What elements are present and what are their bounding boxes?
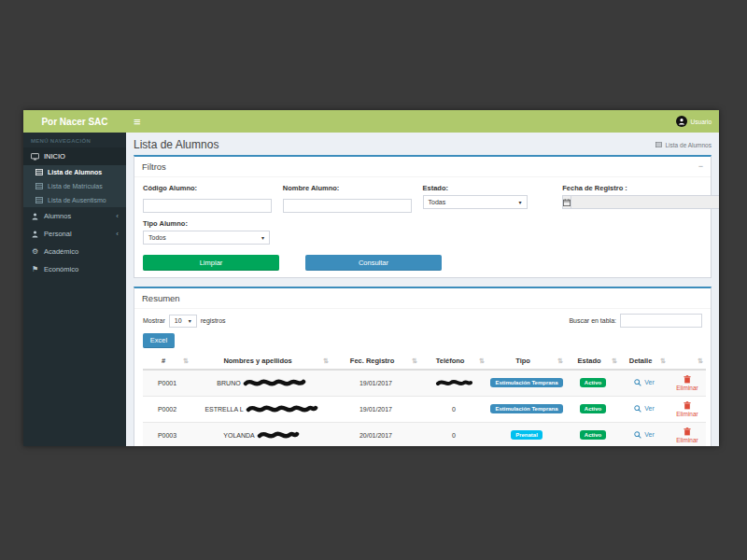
estado-label: Estado: — [423, 184, 552, 192]
sort-icon: ⇅ — [660, 357, 666, 364]
user-avatar-icon — [676, 116, 687, 127]
sort-icon: ⇅ — [557, 357, 563, 364]
col-header-telefono[interactable]: Teléfono⇅ — [420, 353, 487, 370]
table-icon — [35, 169, 43, 175]
caret-down-icon: ▾ — [189, 317, 191, 324]
monitor-icon — [31, 153, 39, 161]
col-header-estado[interactable]: Estado⇅ — [566, 353, 620, 370]
sidebar-item-academico[interactable]: ⚙ Académico — [23, 243, 126, 260]
ver-link[interactable]: Ver — [634, 431, 655, 439]
trash-icon — [684, 401, 691, 410]
redaction-scribble — [435, 378, 472, 387]
redaction-scribble — [243, 377, 306, 388]
table-search-input[interactable] — [620, 314, 702, 328]
breadcrumb-label: Lista de Alumnos — [665, 142, 712, 148]
cell-code: P0002 — [143, 396, 191, 422]
codigo-alumno-input[interactable] — [143, 199, 272, 213]
cell-eliminar: Eliminar — [669, 422, 706, 446]
sort-icon: ⇅ — [323, 357, 329, 364]
flag-icon: ⚑ — [31, 266, 39, 273]
sidebar-item-lista-alumnos[interactable]: Lista de Alumnos — [23, 165, 126, 179]
collapse-icon[interactable]: − — [698, 162, 703, 171]
caret-down-icon: ▾ — [261, 234, 264, 241]
excel-button[interactable]: Excel — [143, 333, 175, 348]
sidebar-item-alumnos[interactable]: Alumnos ‹ — [23, 207, 126, 225]
person-icon — [31, 231, 39, 238]
fecha-registro-label: Fecha de Registro : — [562, 184, 702, 192]
sidebar-item-lista-matriculas[interactable]: Lista de Matrículas — [23, 179, 126, 193]
cell-tipo: Estimulación Temprana — [487, 370, 566, 396]
redaction-scribble — [246, 403, 318, 414]
sidebar-submenu: Lista de Alumnos Lista de Matrículas Lis… — [23, 165, 126, 207]
sort-icon: ⇅ — [479, 357, 485, 364]
consultar-button[interactable]: Consultar — [305, 255, 442, 271]
trash-icon — [684, 375, 691, 384]
cell-estado: Activo — [566, 422, 620, 446]
cell-phone: 0 — [420, 422, 487, 446]
col-header-tipo[interactable]: Tipo⇅ — [487, 353, 566, 370]
sidebar-toggle-icon[interactable]: ≡ — [134, 116, 141, 128]
nombre-alumno-label: Nombre Alumno: — [283, 184, 412, 192]
user-name: Usuario — [691, 119, 712, 125]
tipo-badge: Prenatal — [511, 430, 543, 440]
col-header-detalle[interactable]: Detalle⇅ — [620, 353, 669, 370]
cell-detalle: Ver — [620, 422, 669, 446]
cell-name: BRUNO — [191, 370, 331, 396]
sidebar-item-inicio[interactable]: INICIO — [23, 147, 126, 165]
estado-badge: Activo — [580, 378, 606, 387]
cell-estado: Activo — [566, 370, 620, 396]
cell-phone: 0 — [420, 396, 487, 422]
tipo-selected-value: Todos — [148, 234, 166, 241]
nombre-alumno-input[interactable] — [283, 199, 412, 213]
page-size-select[interactable]: 10 ▾ — [169, 315, 197, 328]
page-size-value: 10 — [175, 317, 182, 324]
tipo-alumno-select[interactable]: Todos ▾ — [143, 231, 270, 245]
gear-icon: ⚙ — [31, 248, 39, 256]
brand-logo[interactable]: Por Nacer SAC — [23, 110, 126, 133]
codigo-alumno-label: Código Alumno: — [143, 184, 272, 192]
page-title: Lista de Alumnos — [134, 138, 218, 151]
sidebar-item-personal[interactable]: Personal ‹ — [23, 225, 126, 243]
table-icon — [655, 142, 662, 148]
summary-panel: Resumen Mostrar 10 ▾ registros — [134, 287, 712, 446]
alumnos-table: #⇅ Nombres y apellidos⇅ Fec. Registro⇅ T… — [143, 353, 706, 446]
col-header-acciones[interactable]: ⇅ — [669, 353, 706, 370]
registros-label: registros — [201, 317, 226, 324]
filters-panel: Filtros − Código Alumno: Nombre Alumno: — [134, 155, 712, 278]
buscar-label: Buscar en tabla: — [569, 317, 616, 324]
cell-date: 19/01/2017 — [331, 396, 420, 422]
col-header-fecha[interactable]: Fec. Registro⇅ — [331, 353, 420, 370]
breadcrumb[interactable]: Lista de Alumnos — [655, 142, 712, 148]
trash-icon — [684, 427, 691, 436]
eliminar-link[interactable]: Eliminar — [676, 375, 698, 391]
tipo-badge: Estimulación Temprana — [490, 378, 562, 387]
eliminar-link[interactable]: Eliminar — [676, 427, 698, 443]
sidebar-item-label: INICIO — [44, 152, 119, 161]
eliminar-link[interactable]: Eliminar — [676, 401, 698, 417]
col-header-nombres[interactable]: Nombres y apellidos⇅ — [191, 353, 331, 370]
fecha-registro-input[interactable] — [571, 195, 719, 209]
limpiar-button[interactable]: Limpiar — [143, 255, 279, 271]
sidebar-item-lista-ausentismo[interactable]: Lista de Ausentismo — [23, 193, 126, 207]
redaction-scribble — [257, 429, 300, 441]
user-menu[interactable]: Usuario — [676, 116, 712, 127]
sidebar-item-label: Lista de Matrículas — [48, 183, 119, 189]
chevron-left-icon: ‹ — [116, 212, 119, 220]
sort-icon: ⇅ — [183, 357, 189, 364]
desktop-background: Por Nacer SAC ≡ Usuario MENÚ NAVEGACIÓN — [0, 0, 747, 560]
sidebar-item-label: Lista de Ausentismo — [48, 197, 119, 203]
sidebar-item-label: Lista de Alumnos — [48, 169, 119, 175]
estado-select[interactable]: Todas ▾ — [423, 195, 528, 209]
calendar-icon[interactable] — [562, 195, 571, 209]
cell-eliminar: Eliminar — [669, 396, 706, 422]
app-window: Por Nacer SAC ≡ Usuario MENÚ NAVEGACIÓN — [23, 110, 719, 446]
col-header-num[interactable]: #⇅ — [143, 353, 191, 370]
sidebar-item-economico[interactable]: ⚑ Económico — [23, 260, 126, 278]
table-row: P0003 YOLANDA 20/01/2017 0 Prenatal — [143, 422, 706, 446]
cell-estado: Activo — [566, 396, 620, 422]
cell-name: YOLANDA — [191, 422, 331, 446]
cell-name: ESTRELLA L — [191, 396, 331, 422]
ver-link[interactable]: Ver — [634, 405, 655, 413]
sidebar-item-label: Económico — [44, 265, 119, 273]
ver-link[interactable]: Ver — [634, 379, 655, 386]
